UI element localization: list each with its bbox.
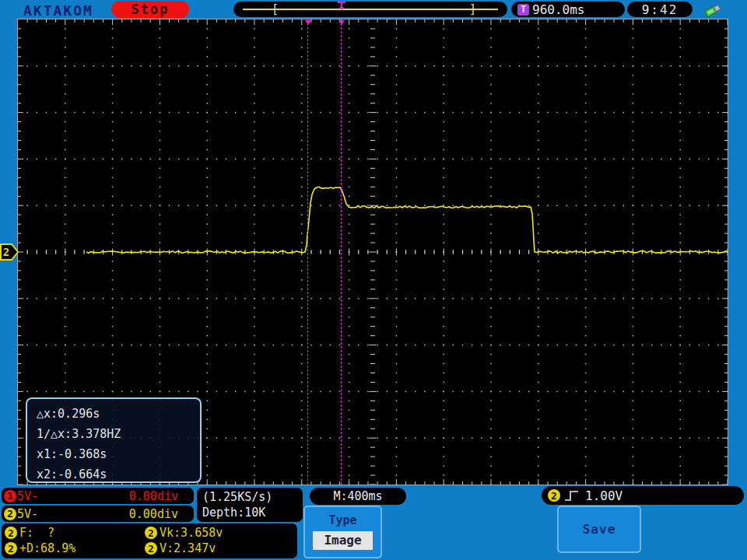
cursor-x2-arrow-icon xyxy=(305,20,311,25)
ch1-position: 0.00div xyxy=(129,489,178,503)
rising-edge-icon xyxy=(563,488,580,502)
trigger-position-icon xyxy=(336,2,347,11)
ch1-status-row: 1 5V- 0.00div xyxy=(2,488,194,504)
cursor-delta-x: △x:0.296s xyxy=(37,404,200,424)
timebase-display: M:400ms xyxy=(310,488,406,505)
brand-logo: AKTAKOM xyxy=(23,2,93,19)
run-state-badge: Stop xyxy=(111,1,189,18)
ch2-ground-marker[interactable]: 2 xyxy=(0,243,19,261)
measurement-panel: 2 F: ? 2 Vk:3.658v 2 +D:68.9% 2 V:2.347v xyxy=(2,523,297,558)
cursor-x1-arrow-icon xyxy=(338,20,345,25)
trigger-offset-display: T 960.0ms xyxy=(511,2,625,17)
type-menu-label: Type xyxy=(305,513,381,527)
svg-text:2: 2 xyxy=(3,246,9,258)
cursor-x2-value: x2:-0.664s xyxy=(37,464,200,485)
ch1-badge: 1 xyxy=(4,490,16,502)
trigger-level-value: 1.00V xyxy=(585,488,622,503)
record-line xyxy=(243,9,498,10)
ch2-status-row: 2 5V- 0.00div xyxy=(2,506,194,522)
cursor-measure-panel: △x:0.296s 1∕△x:3.378HZ x1:-0.368s x2:-0.… xyxy=(26,397,202,483)
measure-frequency: 2 F: ? xyxy=(5,525,145,541)
type-menu-button[interactable]: Type Image xyxy=(303,506,382,558)
ch2-scale: 5V- xyxy=(17,507,38,521)
save-button[interactable]: Save xyxy=(557,506,641,553)
type-menu-selected-value[interactable]: Image xyxy=(313,531,373,550)
trigger-source-badge: 2 xyxy=(548,489,560,502)
measure-v: 2 V:2.347v xyxy=(145,541,294,556)
graticule: △x:0.296s 1∕△x:3.378HZ x1:-0.368s x2:-0.… xyxy=(17,19,728,485)
ch2-badge: 2 xyxy=(4,508,16,520)
cursor-frequency: 1∕△x:3.378HZ xyxy=(37,424,200,444)
window-left-bracket: [ xyxy=(272,2,279,16)
measure-vk: 2 Vk:3.658v xyxy=(145,525,294,541)
window-right-bracket: ] xyxy=(469,2,476,16)
trigger-status-display: 2 1.00V xyxy=(542,486,744,505)
clock-display: 9:42 xyxy=(627,2,693,17)
sample-rate: (1.25KS/s) xyxy=(202,489,303,505)
time-cursor-x2[interactable] xyxy=(307,19,308,485)
memory-depth: Depth:10K xyxy=(202,505,303,520)
trigger-offset-value: 960.0ms xyxy=(532,2,584,17)
acquisition-panel: (1.25KS/s) Depth:10K xyxy=(197,488,303,522)
oscilloscope-screen: AKTAKOM Stop [ ] T 960.0ms 9:42 △x:0.296… xyxy=(0,0,747,560)
ch2-position: 0.00div xyxy=(129,507,178,521)
record-position-bar: [ ] xyxy=(233,2,507,17)
measure-duty: 2 +D:68.9% xyxy=(5,541,145,556)
time-cursor-x1[interactable] xyxy=(341,19,342,485)
cursor-x1-value: x1:-0.368s xyxy=(37,444,200,464)
ch1-scale: 5V- xyxy=(17,489,38,503)
usb-device-icon xyxy=(703,2,723,19)
trigger-t-icon: T xyxy=(517,4,529,16)
